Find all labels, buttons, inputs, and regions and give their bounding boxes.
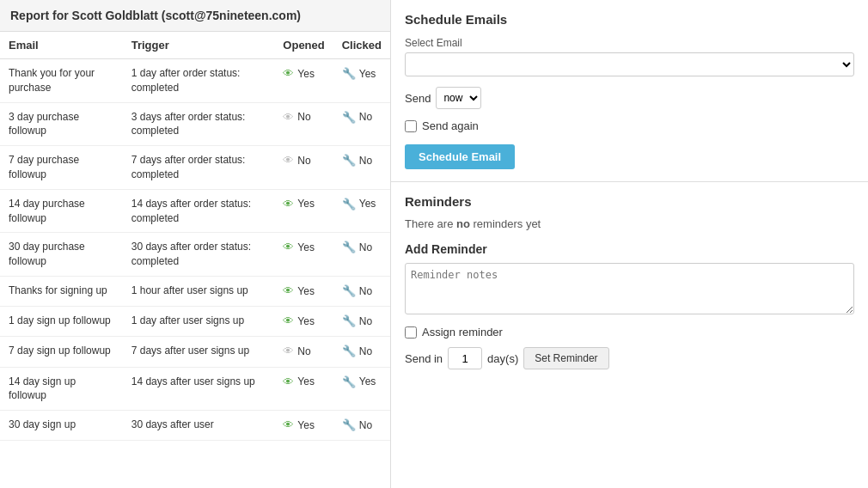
reminder-notes-input[interactable] (405, 263, 854, 314)
trigger-text: 1 day after order status: completed (123, 59, 275, 103)
opened-value: Yes (297, 375, 315, 389)
col-opened: Opened (274, 32, 333, 59)
opened-yes-icon: 👁 (283, 375, 294, 390)
set-reminder-button[interactable]: Set Reminder (523, 347, 608, 369)
email-name: 7 day purchase followup (0, 146, 123, 190)
trigger-text: 7 days after user signs up (123, 337, 275, 367)
table-row: 3 day purchase followup 3 days after ord… (0, 102, 390, 146)
opened-value: Yes (297, 241, 315, 255)
clicked-cell: 🔧 No (333, 102, 390, 146)
clicked-no-icon: 🔧 (342, 240, 356, 255)
send-again-row: Send again (405, 119, 854, 132)
trigger-text: 1 hour after user signs up (123, 276, 275, 306)
opened-value: No (297, 345, 310, 359)
table-row: 1 day sign up followup 1 day after user … (0, 307, 390, 337)
opened-yes-icon: 👁 (283, 284, 294, 299)
reminders-section: Reminders There are no reminders yet Add… (391, 182, 868, 381)
clicked-no-icon: 🔧 (342, 344, 356, 359)
clicked-cell: 🔧 No (333, 337, 390, 367)
select-email-dropdown[interactable] (405, 52, 854, 76)
table-row: 14 day sign up followup 14 days after us… (0, 367, 390, 411)
email-name: Thank you for your purchase (0, 59, 123, 103)
trigger-text: 3 days after order status: completed (123, 102, 275, 146)
schedule-email-button[interactable]: Schedule Email (405, 144, 515, 169)
right-panel: Schedule Emails Select Email Send now Se… (391, 0, 868, 488)
clicked-value: No (359, 314, 372, 329)
clicked-value: Yes (359, 375, 376, 389)
table-row: 30 day sign up 30 days after user 👁 Yes … (0, 411, 390, 441)
email-name: 14 day sign up followup (0, 367, 123, 411)
email-name: 30 day purchase followup (0, 233, 123, 277)
email-name: 30 day sign up (0, 411, 123, 441)
opened-cell: 👁 No (274, 146, 333, 190)
clicked-value: No (359, 154, 372, 168)
clicked-no-icon: 🔧 (342, 153, 356, 168)
trigger-text: 14 days after order status: completed (123, 189, 275, 233)
clicked-value: No (359, 110, 372, 125)
opened-value: No (297, 154, 310, 168)
table-row: Thanks for signing up 1 hour after user … (0, 276, 390, 306)
send-in-row: Send in day(s) Set Reminder (405, 347, 854, 369)
clicked-no-icon: 🔧 (342, 314, 356, 329)
no-reminders-text: There are no reminders yet (405, 217, 854, 230)
clicked-yes-icon: 🔧 (342, 375, 356, 390)
opened-no-icon: 👁 (283, 153, 294, 168)
clicked-value: Yes (359, 67, 376, 82)
clicked-value: No (359, 241, 372, 255)
trigger-text: 7 days after order status: completed (123, 146, 275, 190)
email-name: 14 day purchase followup (0, 189, 123, 233)
opened-value: Yes (297, 284, 315, 299)
send-timing-select[interactable]: now (436, 87, 481, 109)
clicked-cell: 🔧 No (333, 411, 390, 441)
left-panel: Report for Scott Goldblatt (scott@75nine… (0, 0, 391, 488)
clicked-yes-icon: 🔧 (342, 66, 356, 82)
table-row: 30 day purchase followup 30 days after o… (0, 233, 390, 277)
clicked-cell: 🔧 No (333, 146, 390, 190)
opened-cell: 👁 Yes (274, 307, 333, 337)
opened-no-icon: 👁 (283, 110, 294, 125)
assign-reminder-label: Assign reminder (422, 326, 503, 339)
table-row: 14 day purchase followup 14 days after o… (0, 189, 390, 233)
clicked-cell: 🔧 Yes (333, 189, 390, 233)
send-label: Send (405, 92, 431, 105)
opened-yes-icon: 👁 (283, 314, 294, 329)
trigger-text: 14 days after user signs up (123, 367, 275, 411)
clicked-value: Yes (359, 197, 376, 211)
opened-yes-icon: 👁 (283, 240, 294, 255)
opened-cell: 👁 No (274, 337, 333, 367)
days-label: day(s) (487, 352, 518, 365)
opened-cell: 👁 Yes (274, 189, 333, 233)
clicked-no-icon: 🔧 (342, 418, 356, 433)
reminders-title: Reminders (405, 194, 854, 209)
opened-value: Yes (297, 418, 315, 433)
schedule-emails-section: Schedule Emails Select Email Send now Se… (391, 0, 868, 182)
assign-reminder-checkbox[interactable] (405, 326, 417, 339)
clicked-cell: 🔧 Yes (333, 59, 390, 103)
send-again-checkbox[interactable] (405, 120, 417, 132)
opened-value: Yes (297, 67, 315, 82)
opened-cell: 👁 Yes (274, 367, 333, 411)
table-row: Thank you for your purchase 1 day after … (0, 59, 390, 103)
clicked-cell: 🔧 Yes (333, 367, 390, 411)
email-name: 7 day sign up followup (0, 337, 123, 367)
clicked-value: No (359, 345, 372, 359)
select-email-label: Select Email (405, 37, 854, 49)
opened-cell: 👁 Yes (274, 233, 333, 277)
opened-yes-icon: 👁 (283, 66, 294, 82)
opened-cell: 👁 Yes (274, 276, 333, 306)
clicked-no-icon: 🔧 (342, 284, 356, 299)
opened-value: No (297, 110, 310, 125)
opened-yes-icon: 👁 (283, 197, 294, 212)
trigger-text: 30 days after user (123, 411, 275, 441)
col-trigger: Trigger (123, 32, 275, 59)
schedule-emails-title: Schedule Emails (405, 12, 854, 27)
clicked-yes-icon: 🔧 (342, 197, 356, 212)
page-title: Report for Scott Goldblatt (scott@75nine… (0, 0, 390, 32)
send-again-label: Send again (422, 119, 479, 132)
send-in-input[interactable] (448, 347, 482, 369)
add-reminder-title: Add Reminder (405, 242, 854, 256)
clicked-cell: 🔧 No (333, 276, 390, 306)
trigger-text: 30 days after order status: completed (123, 233, 275, 277)
email-name: 1 day sign up followup (0, 307, 123, 337)
opened-value: Yes (297, 197, 315, 211)
